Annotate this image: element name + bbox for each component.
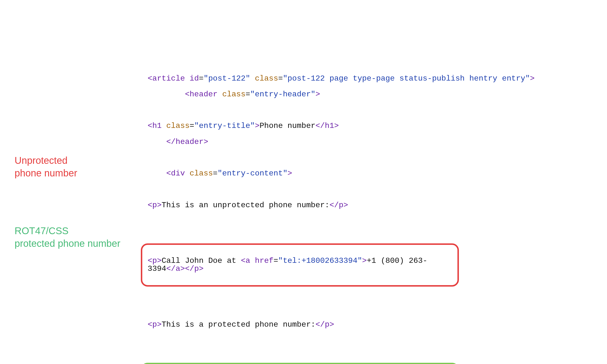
highlight-box-unprotected: <p>Call John Doe at <a href="tel:+180026… — [141, 243, 459, 287]
code-line: <p>Call John Doe at <a href="tel:+180026… — [148, 257, 452, 273]
label-unprotected-line1: Unprotected — [14, 154, 77, 167]
label-protected-line2: protected phone number — [14, 237, 120, 250]
label-protected-line1: ROT47/CSS — [14, 224, 120, 237]
label-unprotected: Unprotected phone number — [14, 154, 77, 179]
code-blank-line — [148, 154, 585, 162]
code-blank-line — [148, 185, 585, 193]
code-blank-line — [148, 337, 585, 345]
code-blank-line — [148, 106, 585, 114]
code-line: <p>This is an unprotected phone number:<… — [148, 201, 585, 209]
highlight-box-protected: <p>Call John Doe at <a href="javascript:… — [141, 363, 459, 364]
code-blank-line — [148, 305, 585, 313]
code-line: </header> — [148, 138, 585, 146]
code-snippet: <article id="post-122" class="post-122 p… — [148, 67, 585, 364]
code-line: <header class="entry-header"> — [148, 91, 585, 99]
code-blank-line — [148, 217, 585, 225]
label-protected: ROT47/CSS protected phone number — [14, 224, 120, 250]
code-line: <h1 class="entry-title">Phone number</h1… — [148, 122, 585, 130]
label-unprotected-line2: phone number — [14, 167, 77, 179]
code-line: <div class="entry-content"> — [148, 170, 585, 178]
code-line: <p>This is a protected phone number:</p> — [148, 321, 585, 329]
code-line: <article id="post-122" class="post-122 p… — [148, 75, 585, 83]
